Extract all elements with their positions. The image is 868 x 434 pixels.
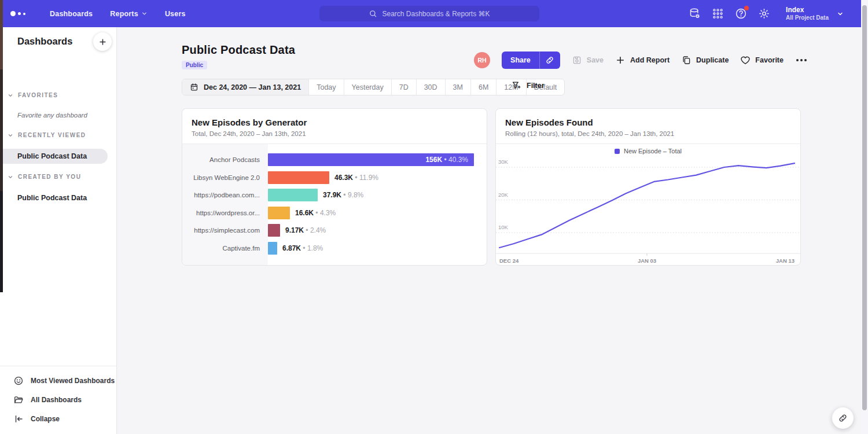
date-range-bar: Dec 24, 2020 — Jan 13, 2021 Today Yester… [182, 79, 565, 95]
duplicate-label: Duplicate [696, 56, 729, 64]
bar[interactable] [268, 242, 277, 255]
bar[interactable]: 156K • 40.3% [268, 153, 474, 166]
share-link-button[interactable] [539, 52, 560, 69]
share-button[interactable]: Share [502, 52, 539, 69]
duplicate-button[interactable]: Duplicate [681, 55, 729, 65]
visibility-badge: Public [182, 61, 207, 69]
add-report-button[interactable]: Add Report [615, 55, 670, 65]
bar-category-label: Captivate.fm [182, 245, 268, 252]
favorite-label: Favorite [755, 56, 784, 64]
scrollbar-track[interactable] [861, 0, 868, 434]
collapse-sidebar-button[interactable]: Collapse [0, 409, 116, 428]
sidebar-item-public-podcast-data-created[interactable]: Public Podcast Data [0, 190, 108, 205]
card-subtitle: Total, Dec 24th, 2020 – Jan 13th, 2021 [192, 130, 477, 137]
card-subtitle: Rolling (12 hours), total, Dec 24th, 202… [505, 130, 791, 137]
sidebar-item-label: Public Podcast Data [17, 152, 87, 160]
preset-3m[interactable]: 3M [445, 79, 470, 95]
card-new-episodes-found: New Episodes Found Rolling (12 hours), t… [495, 108, 801, 266]
more-options-button[interactable] [795, 57, 808, 64]
plus-icon [615, 55, 626, 65]
background-window-sliver [0, 0, 3, 292]
bar-value: 9.17K • 2.4% [285, 226, 326, 234]
app-root: Dashboards Reports Users Search Dashboar… [0, 0, 868, 434]
svg-text:JAN 03: JAN 03 [638, 258, 656, 264]
bar-category-label: https://podbean.com... [182, 192, 268, 198]
search-icon [369, 9, 377, 18]
bar-category-label: Libsyn WebEngine 2.0 [182, 174, 268, 181]
nav-item-users[interactable]: Users [165, 10, 186, 18]
bar-value: 16.6K • 4.3% [295, 209, 336, 217]
calendar-icon [190, 83, 198, 91]
preset-7d[interactable]: 7D [391, 79, 416, 95]
bar-row: https://wordpress.or...16.6K • 4.3% [182, 207, 487, 219]
sidebar-section-created-by-you[interactable]: CREATED BY YOU [8, 174, 81, 180]
section-label: RECENTLY VIEWED [18, 132, 86, 138]
avatar[interactable]: RH [474, 52, 490, 68]
search-placeholder: Search Dashboards & Reports ⌘K [382, 10, 490, 18]
share-split-button: Share [502, 52, 560, 69]
card-new-episodes-by-generator: New Episodes by Generator Total, Dec 24t… [182, 108, 487, 266]
filter-label: Filter [527, 82, 545, 90]
sidebar-section-recently-viewed[interactable]: RECENTLY VIEWED [8, 132, 86, 138]
bar-category-label: https://simplecast.com [182, 227, 268, 234]
search-input[interactable]: Search Dashboards & Reports ⌘K [319, 6, 539, 21]
chart-legend: New Episode – Total [496, 148, 800, 155]
data-sources-icon[interactable] [689, 8, 701, 20]
bar-track: 156K • 40.3% [268, 153, 487, 166]
svg-text:30K: 30K [498, 159, 509, 165]
favorite-button[interactable]: Favorite [740, 55, 784, 65]
bar[interactable] [268, 189, 318, 201]
add-dashboard-button[interactable] [93, 32, 112, 51]
nav-item-reports[interactable]: Reports [110, 10, 148, 18]
chevron-down-icon [8, 133, 13, 138]
scrollbar-thumb[interactable] [862, 5, 867, 410]
bar-row: https://simplecast.com9.17K • 2.4% [182, 224, 487, 237]
help-icon[interactable] [735, 8, 747, 20]
svg-text:20K: 20K [498, 192, 509, 198]
sidebar-section-favorites[interactable]: FAVORITES [8, 92, 58, 98]
sidebar-item-public-podcast-data[interactable]: Public Podcast Data [0, 149, 108, 164]
bar[interactable] [268, 207, 290, 219]
project-scope: All Project Data [786, 14, 829, 22]
bar-value: 37.9K • 9.8% [323, 191, 363, 199]
preset-yesterday[interactable]: Yesterday [344, 79, 391, 95]
filter-button[interactable]: Filter [512, 80, 545, 90]
link-icon [545, 56, 554, 65]
line-chart-plot[interactable]: 10K20K30KDEC 24JAN 03JAN 13 [496, 158, 800, 265]
project-name: Index [786, 6, 829, 14]
bar[interactable] [268, 171, 329, 184]
preset-6m[interactable]: 6M [470, 79, 496, 95]
most-viewed-dashboards-button[interactable]: Most Viewed Dashboards [0, 371, 116, 390]
brand-logo-icon[interactable] [10, 11, 25, 16]
collapse-icon [13, 414, 24, 424]
heart-icon [740, 55, 751, 65]
nav-item-label: Users [165, 10, 186, 18]
preset-today[interactable]: Today [308, 79, 343, 95]
bar-track: 46.3K • 11.9% [268, 171, 487, 184]
nav-item-dashboards[interactable]: Dashboards [50, 10, 93, 18]
filter-funnel-icon [512, 80, 521, 90]
bar-track: 16.6K • 4.3% [268, 207, 487, 219]
add-report-label: Add Report [630, 56, 670, 64]
settings-gear-icon[interactable] [758, 8, 770, 20]
bar[interactable] [268, 224, 280, 237]
save-icon [572, 55, 582, 65]
date-range-button[interactable]: Dec 24, 2020 — Jan 13, 2021 [182, 79, 308, 95]
smiley-icon [13, 376, 24, 386]
sidebar: Dashboards FAVORITES Favorite any dashbo… [0, 27, 117, 434]
project-switcher[interactable]: Index All Project Data [786, 6, 844, 22]
floating-link-button[interactable] [832, 407, 854, 429]
card-header: New Episodes Found Rolling (12 hours), t… [496, 109, 800, 144]
save-button[interactable]: Save [572, 55, 604, 65]
page-actions: RH Share Save Add Report Duplicate Favor… [474, 52, 808, 69]
favorites-empty-hint: Favorite any dashboard [17, 112, 87, 119]
all-dashboards-button[interactable]: All Dashboards [0, 390, 116, 409]
preset-30d[interactable]: 30D [416, 79, 445, 95]
plus-icon [98, 38, 107, 46]
footer-item-label: Most Viewed Dashboards [31, 377, 115, 385]
chevron-down-icon [8, 174, 13, 180]
bar-row: Libsyn WebEngine 2.046.3K • 11.9% [182, 171, 487, 184]
apps-grid-icon[interactable] [712, 8, 724, 20]
bar-row: Captivate.fm6.87K • 1.8% [182, 242, 487, 255]
bar-track: 6.87K • 1.8% [268, 242, 487, 255]
